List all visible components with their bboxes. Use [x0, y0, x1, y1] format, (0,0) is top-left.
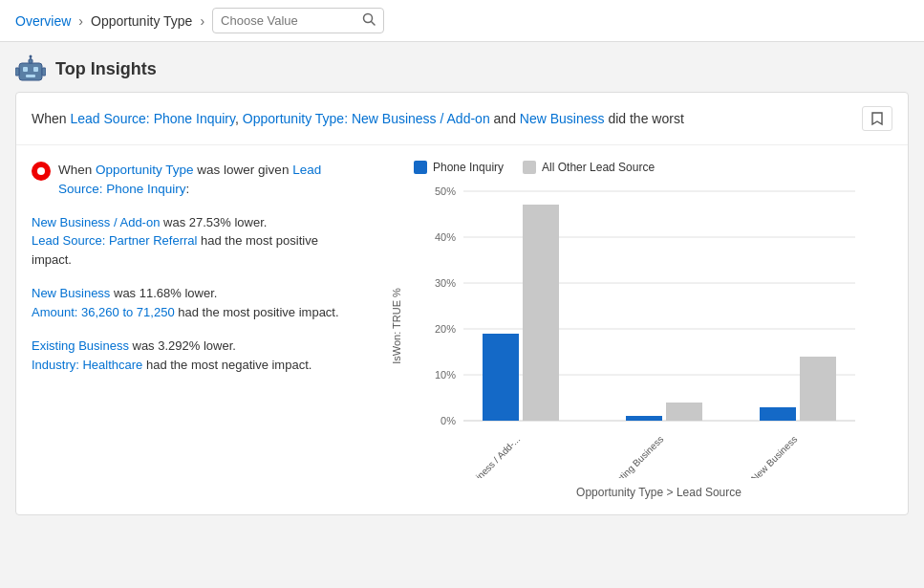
- new-business-addon-link[interactable]: New Business / Add-on: [32, 215, 160, 229]
- insight-b2-text1: was 11.68% lower.: [110, 286, 217, 300]
- insight-lower: was lower given: [194, 163, 293, 177]
- chart-area: Phone Inquiry All Other Lead Source IsWo…: [376, 161, 892, 499]
- bar-group3-blue: [760, 407, 796, 421]
- svg-rect-9: [15, 68, 19, 76]
- insight-opp-type-link[interactable]: Opportunity Type: [96, 163, 194, 177]
- y-axis-label: IsWon: TRUE %: [391, 288, 402, 364]
- robot-icon: [15, 54, 46, 84]
- breadcrumb-overview[interactable]: Overview: [15, 13, 71, 29]
- red-indicator-inner: [37, 167, 45, 175]
- legend-box-gray: [523, 161, 536, 174]
- insight-block-1-text: New Business / Add-on was 27.53% lower. …: [32, 213, 356, 270]
- top-insights-section: Top Insights: [0, 42, 924, 92]
- svg-text:40%: 40%: [435, 231, 456, 243]
- insight-b3-text1: was 3.292% lower.: [129, 338, 236, 353]
- breadcrumb-sep-1: ›: [78, 13, 83, 29]
- svg-text:0%: 0%: [441, 415, 456, 426]
- existing-business-link[interactable]: Existing Business: [32, 338, 129, 353]
- x-axis-label: Opportunity Type > Lead Source: [425, 486, 892, 499]
- insight-block-3: Existing Business was 3.292% lower. Indu…: [32, 337, 356, 374]
- search-box[interactable]: [212, 8, 384, 33]
- card-body: When Opportunity Type was lower given Le…: [16, 145, 908, 514]
- bar-group2-gray: [666, 403, 702, 421]
- breadcrumb-opportunity-type: Opportunity Type: [91, 13, 192, 29]
- header-link-opp-type[interactable]: Opportunity Type: New Business / Add-on: [243, 111, 490, 126]
- bar-chart-svg: 50% 40% 30% 20% 10% 0%: [425, 182, 865, 478]
- header-link-new-business[interactable]: New Business: [520, 111, 605, 126]
- main-card: When Lead Source: Phone Inquiry, Opportu…: [15, 92, 909, 515]
- svg-text:50%: 50%: [435, 185, 456, 197]
- red-indicator: [32, 162, 51, 181]
- insight-b1-text1: was 27.53% lower.: [160, 215, 267, 229]
- amount-range-link[interactable]: Amount: 36,260 to 71,250: [32, 305, 175, 319]
- card-header: When Lead Source: Phone Inquiry, Opportu…: [16, 93, 908, 145]
- svg-text:20%: 20%: [435, 323, 456, 335]
- svg-point-8: [30, 55, 32, 58]
- svg-line-1: [372, 22, 376, 26]
- partner-referral-link[interactable]: Lead Source: Partner Referral: [32, 233, 197, 248]
- industry-healthcare-link[interactable]: Industry: Healthcare: [32, 358, 142, 372]
- legend-item-other: All Other Lead Source: [523, 161, 655, 174]
- svg-text:10%: 10%: [435, 369, 456, 381]
- header-comma: ,: [235, 111, 243, 126]
- top-insights-title: Top Insights: [55, 59, 157, 79]
- header-end: did the worst: [605, 111, 684, 126]
- bar-group2-blue: [626, 416, 662, 421]
- bar-group1-gray: [523, 205, 559, 421]
- bar-group1-blue: [483, 334, 519, 421]
- svg-rect-5: [26, 75, 35, 77]
- insight-when: When: [58, 163, 96, 177]
- left-panel: When Opportunity Type was lower given Le…: [32, 161, 356, 499]
- search-icon: [362, 12, 376, 29]
- bar-group3-gray: [800, 357, 836, 421]
- svg-rect-6: [29, 59, 32, 63]
- search-input[interactable]: [221, 13, 356, 28]
- card-header-text: When Lead Source: Phone Inquiry, Opportu…: [32, 109, 684, 129]
- chart-wrapper: IsWon: TRUE % 50% 40% 30% 20% 10% 0%: [376, 182, 892, 499]
- svg-text:New Business / Add-...: New Business / Add-...: [446, 434, 522, 478]
- legend-box-blue: [414, 161, 427, 174]
- chart-legend: Phone Inquiry All Other Lead Source: [376, 161, 892, 174]
- header-link-lead-source[interactable]: Lead Source: Phone Inquiry: [70, 111, 235, 126]
- insight-block-1: New Business / Add-on was 27.53% lower. …: [32, 213, 356, 270]
- insight-block-2: New Business was 11.68% lower. Amount: 3…: [32, 284, 356, 321]
- insight-header-text: When Opportunity Type was lower given Le…: [58, 161, 356, 200]
- svg-text:30%: 30%: [435, 277, 456, 289]
- svg-text:Existing Business: Existing Business: [605, 434, 665, 478]
- header-and: and: [490, 111, 520, 126]
- insight-colon: :: [186, 182, 190, 196]
- header-when: When: [32, 111, 70, 126]
- legend-item-phone: Phone Inquiry: [414, 161, 504, 174]
- insight-b3-impact: had the most negative impact.: [142, 358, 312, 372]
- legend-label-other: All Other Lead Source: [542, 161, 655, 174]
- svg-rect-10: [42, 68, 46, 76]
- insight-header: When Opportunity Type was lower given Le…: [32, 161, 356, 200]
- insight-block-3-text: Existing Business was 3.292% lower. Indu…: [32, 337, 356, 374]
- breadcrumb-bar: Overview › Opportunity Type ›: [0, 0, 924, 42]
- bookmark-button[interactable]: [862, 106, 892, 131]
- svg-text:New Business: New Business: [749, 434, 800, 478]
- svg-rect-3: [23, 67, 28, 72]
- svg-rect-2: [19, 63, 42, 80]
- new-business-link[interactable]: New Business: [32, 286, 110, 300]
- insight-b2-impact: had the most positive impact.: [175, 305, 339, 319]
- legend-label-phone: Phone Inquiry: [433, 161, 504, 174]
- insight-block-2-text: New Business was 11.68% lower. Amount: 3…: [32, 284, 356, 321]
- breadcrumb-sep-2: ›: [200, 13, 204, 29]
- svg-rect-4: [33, 67, 38, 72]
